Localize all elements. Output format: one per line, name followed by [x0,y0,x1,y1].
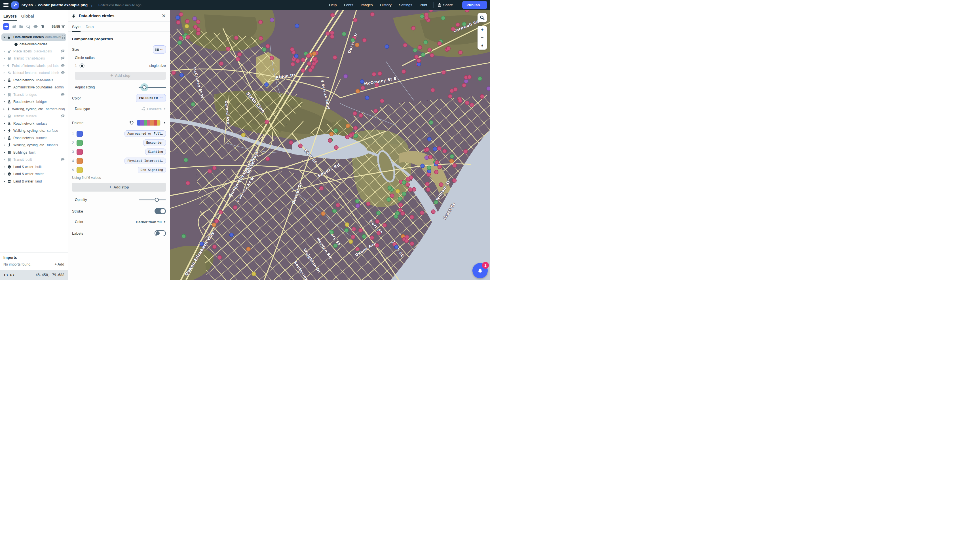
size-stops-button[interactable]: ... [153,45,166,53]
stop-value-chip[interactable]: Encounter [143,140,166,146]
color-field-button[interactable]: ENCOUNTER “ [136,94,166,102]
data-point-pink[interactable] [353,18,357,22]
data-point-pink[interactable] [390,194,394,198]
data-point-pink[interactable] [464,149,467,153]
data-point-blue[interactable] [180,73,184,77]
data-point-green[interactable] [387,198,391,202]
opacity-slider[interactable] [139,198,166,202]
data-point-pink[interactable] [429,155,432,159]
data-point-pink[interactable] [290,47,294,51]
tab-global[interactable]: Global [21,14,34,21]
stop-value-chip[interactable]: Sighting [145,148,166,155]
data-point-yellow[interactable] [252,272,256,276]
data-point-pink[interactable] [218,255,222,259]
data-point-pink[interactable] [196,32,200,35]
data-point-pink[interactable] [185,19,189,23]
data-point-purple[interactable] [192,17,197,21]
nav-settings[interactable]: Settings [399,3,412,7]
data-point-pink[interactable] [362,38,366,42]
map-search-button[interactable] [477,13,487,22]
data-point-green[interactable] [398,197,402,201]
data-point-orange[interactable] [321,212,325,216]
caret-right-icon[interactable] [3,166,5,168]
data-point-pink[interactable] [437,165,441,169]
data-point-orange[interactable] [355,43,359,47]
data-point-pink[interactable] [417,59,421,63]
caret-right-icon[interactable] [3,122,5,125]
imports-add-button[interactable]: + Add [55,262,64,267]
data-point-pink[interactable] [405,239,409,243]
caret-right-icon[interactable] [3,101,5,103]
data-point-pink[interactable] [459,50,462,54]
data-point-green[interactable] [421,53,425,57]
add-layer-button[interactable] [3,23,9,30]
data-point-green[interactable] [182,234,186,238]
data-point-pink[interactable] [301,68,305,73]
data-point-pink[interactable] [375,83,379,87]
data-point-pink[interactable] [380,99,384,103]
data-point-green[interactable] [354,134,358,138]
caret-right-icon[interactable] [3,79,5,81]
data-point-green[interactable] [387,186,392,190]
data-point-pink[interactable] [359,228,363,232]
nav-history[interactable]: History [380,3,391,7]
reset-palette-icon[interactable] [129,120,134,125]
caret-right-icon[interactable] [3,173,5,175]
data-point-yellow[interactable] [345,223,349,227]
eye-off-icon[interactable] [61,70,65,75]
layer-row[interactable]: Road networkbridges [2,98,66,106]
data-point-pink[interactable] [208,169,212,173]
data-point-pink[interactable] [451,27,455,31]
data-point-pink[interactable] [448,94,452,98]
data-point-pink[interactable] [196,20,200,24]
data-point-pink[interactable] [411,27,416,30]
eye-off-icon[interactable] [61,157,65,162]
data-type-dropdown[interactable]: Discrete ▼ [141,107,166,111]
data-point-pink[interactable] [186,35,190,39]
layer-row[interactable]: Place labelsplace-labels [2,48,66,55]
data-point-green[interactable] [351,38,355,42]
adjust-sizing-slider[interactable] [139,85,166,89]
data-point-orange[interactable] [450,159,454,163]
data-point-orange[interactable] [346,124,350,128]
data-point-pink[interactable] [330,35,334,38]
data-point-pink[interactable] [334,146,338,150]
nav-images[interactable]: Images [361,3,373,7]
data-point-pink[interactable] [409,176,413,180]
layer-row[interactable]: Land & waterland [2,178,66,185]
data-point-pink[interactable] [331,13,334,17]
slider-knob[interactable] [155,198,159,202]
data-point-pink[interactable] [296,59,300,63]
data-point-pink[interactable] [425,182,429,186]
data-point-pink[interactable] [424,16,429,20]
caret-right-icon[interactable] [3,158,5,161]
file-menu-icon[interactable]: ⋮ [90,3,94,7]
eye-off-icon[interactable] [61,92,65,97]
data-point-orange[interactable] [246,247,250,251]
labels-toggle[interactable] [155,230,166,237]
data-point-pink[interactable] [409,188,412,192]
data-point-pink[interactable] [301,58,305,62]
data-point-pink[interactable] [212,245,216,249]
data-point-yellow[interactable] [185,24,189,28]
data-point-pink[interactable] [215,219,219,223]
data-point-green[interactable] [478,77,482,80]
data-point-blue[interactable] [394,245,398,249]
data-point-green[interactable] [441,16,445,20]
data-point-purple[interactable] [487,87,490,91]
layer-row[interactable]: Point of interest labelspoi-labels [2,62,66,70]
data-point-pink[interactable] [462,83,466,87]
layer-row[interactable]: Transitsurface [2,113,66,120]
data-point-pink[interactable] [418,45,422,49]
data-point-green[interactable] [362,234,366,238]
data-point-pink[interactable] [427,48,432,52]
data-point-green[interactable] [262,48,266,52]
data-point-blue[interactable] [200,242,204,246]
data-point-pink[interactable] [372,72,376,76]
data-point-blue[interactable] [421,164,424,168]
data-point-pink[interactable] [219,210,223,214]
data-point-pink[interactable] [430,53,434,57]
data-point-pink[interactable] [196,27,200,32]
layer-row[interactable]: Road networkroad-labels [2,77,66,84]
caret-right-icon[interactable] [3,180,5,183]
